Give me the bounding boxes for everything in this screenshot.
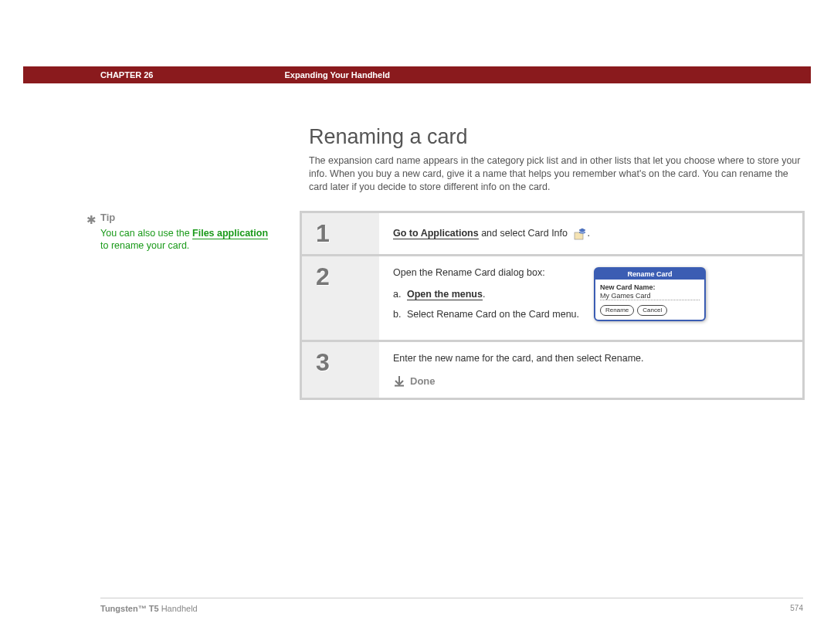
tip-text-pre: You can also use the: [100, 228, 192, 239]
tip-text-post: to rename your card.: [100, 240, 189, 251]
step-1: 1 Go to Applications and select Card Inf…: [302, 213, 802, 254]
dialog-field-label: New Card Name:: [600, 283, 700, 291]
step-rest: and select Card Info: [479, 228, 571, 239]
step-text: Open the Rename Card dialog box: a. Open…: [393, 267, 586, 329]
step-lead: Open the Rename Card dialog box:: [393, 267, 586, 278]
chapter-label: CHAPTER 26: [23, 70, 153, 80]
go-to-applications-link[interactable]: Go to Applications: [393, 228, 479, 239]
card-info-icon: [573, 227, 587, 241]
substep-trail: .: [483, 289, 485, 300]
step-body: Go to Applications and select Card Info …: [379, 213, 802, 254]
step-body: Enter the new name for the card, and the…: [379, 342, 802, 398]
substep-label: a.: [393, 289, 407, 300]
step-trail: .: [587, 228, 589, 239]
step-text: Enter the new name for the card, and the…: [393, 353, 788, 364]
rename-button[interactable]: Rename: [600, 305, 634, 316]
done-label: Done: [410, 375, 436, 387]
step-number: 1: [302, 213, 379, 254]
step-2: 2 Open the Rename Card dialog box: a. Op…: [302, 256, 802, 340]
done-row: Done: [393, 375, 788, 387]
footer-product: Tungsten™ T5 Handheld: [100, 604, 198, 613]
files-application-link[interactable]: Files application: [192, 228, 268, 239]
substep-label: b.: [393, 309, 407, 320]
intro-paragraph: The expansion card name appears in the c…: [309, 154, 803, 194]
open-menus-link[interactable]: Open the menus: [407, 289, 483, 300]
page-title: Renaming a card: [309, 125, 468, 149]
step-text: Go to Applications and select Card Info …: [393, 227, 788, 241]
step-number: 3: [302, 342, 379, 398]
step-number: 2: [302, 256, 379, 340]
tip-text: You can also use the Files application t…: [100, 227, 278, 253]
substep-b: b. Select Rename Card on the Card menu.: [393, 309, 586, 320]
section-title: Expanding Your Handheld: [153, 70, 390, 80]
chapter-header: CHAPTER 26 Expanding Your Handheld: [23, 66, 811, 83]
cancel-button[interactable]: Cancel: [637, 305, 667, 316]
done-arrow-icon: [393, 375, 405, 387]
svg-point-1: [579, 231, 585, 233]
substep-text: Select Rename Card on the Card menu.: [407, 309, 579, 320]
product-name-rest: Handheld: [159, 604, 198, 613]
tip-label: Tip: [100, 211, 278, 225]
rename-card-dialog: Rename Card New Card Name: My Games Card…: [594, 267, 706, 321]
dialog-title: Rename Card: [595, 269, 704, 280]
footer-divider: [100, 598, 803, 598]
product-name-bold: Tungsten™ T5: [100, 604, 159, 613]
asterisk-icon: ✱: [86, 212, 97, 228]
page-number: 574: [790, 604, 803, 612]
dialog-field-value[interactable]: My Games Card: [600, 292, 700, 300]
steps-container: 1 Go to Applications and select Card Inf…: [300, 211, 805, 400]
step-3: 3 Enter the new name for the card, and t…: [302, 342, 802, 398]
tip-box: ✱ Tip You can also use the Files applica…: [100, 211, 278, 253]
step-body: Open the Rename Card dialog box: a. Open…: [379, 256, 802, 340]
substep-a: a. Open the menus.: [393, 289, 586, 300]
